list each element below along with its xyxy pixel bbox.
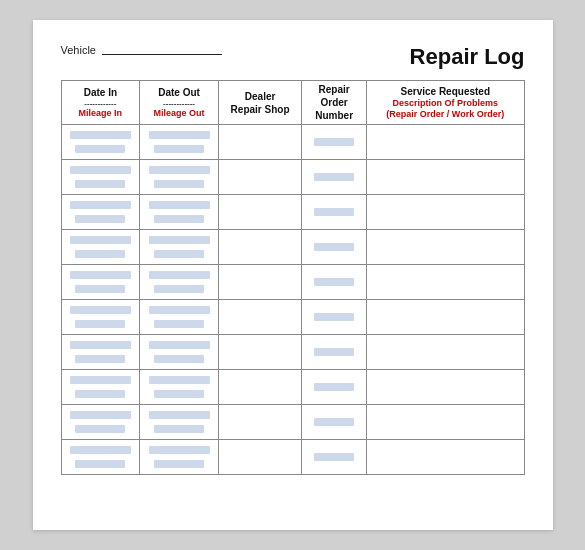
mileage-in-input-3	[75, 250, 125, 258]
mileage-out-input-6	[154, 355, 204, 363]
cell-date-in-6[interactable]	[61, 335, 140, 370]
cell-repair-3[interactable]	[302, 230, 367, 265]
cell-dealer-5[interactable]	[218, 300, 301, 335]
cell-date-out-1[interactable]	[140, 160, 219, 195]
cell-service-6[interactable]	[367, 335, 524, 370]
cell-date-out-3[interactable]	[140, 230, 219, 265]
cell-dealer-8[interactable]	[218, 405, 301, 440]
date-out-input-5	[149, 306, 210, 314]
mileage-in-input-5	[75, 320, 125, 328]
repair-order-input-6	[314, 348, 354, 356]
cell-repair-1[interactable]	[302, 160, 367, 195]
cell-service-5[interactable]	[367, 300, 524, 335]
cell-repair-8[interactable]	[302, 405, 367, 440]
date-out-input-6	[149, 341, 210, 349]
col-date-in-sub: Mileage In	[65, 108, 137, 119]
col-date-out-main: Date Out	[143, 86, 215, 99]
cell-service-4[interactable]	[367, 265, 524, 300]
cell-service-1[interactable]	[367, 160, 524, 195]
mileage-out-input-8	[154, 425, 204, 433]
cell-repair-5[interactable]	[302, 300, 367, 335]
cell-repair-9[interactable]	[302, 440, 367, 475]
cell-date-out-9[interactable]	[140, 440, 219, 475]
col-date-in-main: Date In	[65, 86, 137, 99]
date-out-input-9	[149, 446, 210, 454]
cell-date-in-7[interactable]	[61, 370, 140, 405]
table-row	[61, 300, 524, 335]
date-in-input-0	[70, 131, 131, 139]
date-out-input-3	[149, 236, 210, 244]
cell-date-out-4[interactable]	[140, 265, 219, 300]
cell-dealer-9[interactable]	[218, 440, 301, 475]
mileage-out-input-7	[154, 390, 204, 398]
cell-service-7[interactable]	[367, 370, 524, 405]
cell-date-in-4[interactable]	[61, 265, 140, 300]
cell-service-0[interactable]	[367, 125, 524, 160]
cell-date-out-7[interactable]	[140, 370, 219, 405]
date-in-input-3	[70, 236, 131, 244]
mileage-out-input-1	[154, 180, 204, 188]
cell-dealer-4[interactable]	[218, 265, 301, 300]
cell-date-in-9[interactable]	[61, 440, 140, 475]
table-row	[61, 230, 524, 265]
cell-date-out-8[interactable]	[140, 405, 219, 440]
date-in-input-1	[70, 166, 131, 174]
cell-repair-0[interactable]	[302, 125, 367, 160]
date-out-input-2	[149, 201, 210, 209]
cell-date-in-0[interactable]	[61, 125, 140, 160]
cell-repair-4[interactable]	[302, 265, 367, 300]
table-row	[61, 335, 524, 370]
cell-service-3[interactable]	[367, 230, 524, 265]
mileage-in-input-7	[75, 390, 125, 398]
cell-dealer-1[interactable]	[218, 160, 301, 195]
table-header-row: Date In ------------ Mileage In Date Out…	[61, 81, 524, 125]
cell-service-9[interactable]	[367, 440, 524, 475]
cell-date-in-1[interactable]	[61, 160, 140, 195]
cell-date-in-5[interactable]	[61, 300, 140, 335]
cell-dealer-2[interactable]	[218, 195, 301, 230]
cell-repair-7[interactable]	[302, 370, 367, 405]
cell-dealer-3[interactable]	[218, 230, 301, 265]
col-date-out-sub: Mileage Out	[143, 108, 215, 119]
col-dealer-main: Dealer	[222, 90, 298, 103]
table-row	[61, 405, 524, 440]
date-out-input-7	[149, 376, 210, 384]
mileage-in-input-9	[75, 460, 125, 468]
mileage-out-input-3	[154, 250, 204, 258]
table-row	[61, 440, 524, 475]
cell-repair-2[interactable]	[302, 195, 367, 230]
col-repair-main: Repair	[305, 83, 363, 96]
cell-dealer-7[interactable]	[218, 370, 301, 405]
table-row	[61, 125, 524, 160]
cell-dealer-0[interactable]	[218, 125, 301, 160]
cell-dealer-6[interactable]	[218, 335, 301, 370]
table-row	[61, 370, 524, 405]
repair-order-input-0	[314, 138, 354, 146]
mileage-out-input-2	[154, 215, 204, 223]
table-row	[61, 195, 524, 230]
cell-date-out-5[interactable]	[140, 300, 219, 335]
mileage-in-input-2	[75, 215, 125, 223]
col-header-date-out: Date Out ------------ Mileage Out	[140, 81, 219, 125]
col-repair-sub2: Number	[305, 109, 363, 122]
cell-date-out-2[interactable]	[140, 195, 219, 230]
col-header-repair: Repair Order Number	[302, 81, 367, 125]
mileage-in-input-6	[75, 355, 125, 363]
vehicle-underline	[102, 45, 222, 55]
cell-repair-6[interactable]	[302, 335, 367, 370]
cell-date-out-0[interactable]	[140, 125, 219, 160]
cell-service-2[interactable]	[367, 195, 524, 230]
vehicle-label: Vehicle	[61, 44, 96, 56]
cell-date-out-6[interactable]	[140, 335, 219, 370]
cell-date-in-3[interactable]	[61, 230, 140, 265]
repair-order-input-3	[314, 243, 354, 251]
col-service-sub: Description Of Problems	[370, 98, 520, 109]
date-in-input-7	[70, 376, 131, 384]
cell-date-in-2[interactable]	[61, 195, 140, 230]
repair-order-input-1	[314, 173, 354, 181]
mileage-out-input-4	[154, 285, 204, 293]
page: Vehicle Repair Log Date In ------------ …	[33, 20, 553, 530]
cell-date-in-8[interactable]	[61, 405, 140, 440]
mileage-out-input-9	[154, 460, 204, 468]
cell-service-8[interactable]	[367, 405, 524, 440]
